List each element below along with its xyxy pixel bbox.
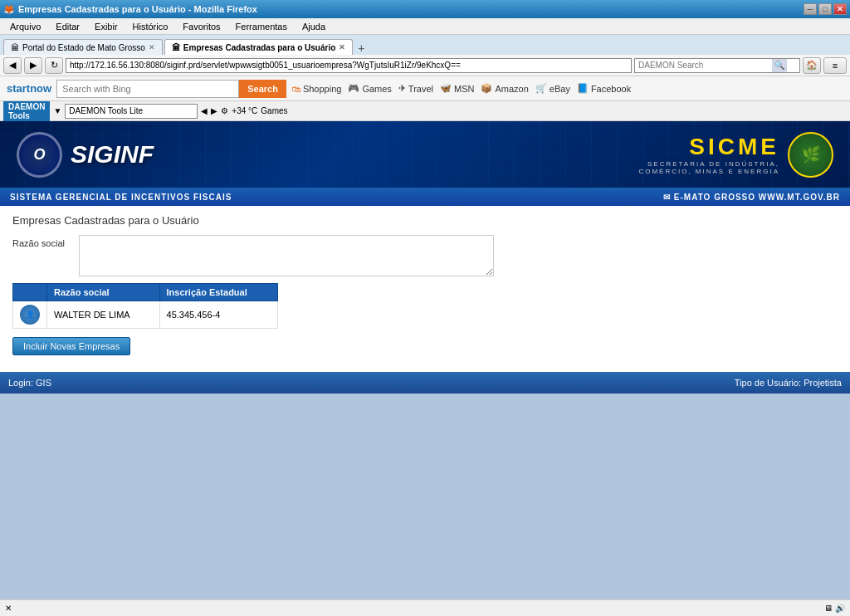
temp-display: +34 °C [232,106,257,115]
menu-editar[interactable]: Editar [49,20,86,33]
table-header-ie: Inscrição Estadual [159,284,277,301]
browser-menu-button[interactable]: ≡ [823,57,847,74]
status-right: 🖥 🔊 [824,604,845,613]
bing-link-travel[interactable]: ✈ Travel [398,83,433,94]
status-left: ✕ [5,604,12,613]
menu-favoritos[interactable]: Favoritos [176,20,227,33]
razao-social-label: Razão social [12,235,79,248]
daemon-tools-arrow[interactable]: ▼ [53,106,61,115]
sicme-text-block: SICME SECRETARIA DE INDÚSTRIA, COMÉRCIO,… [638,134,779,175]
banner-left-text: SISTEMA GERENCIAL DE INCENTIVOS FISCAIS [10,193,232,202]
title-bar-left: 🦊 Empresas Cadastradas para o Usuário - … [3,4,257,15]
firefox-favicon: 🦊 [3,4,15,15]
company-icon: 👤 [20,305,40,325]
travel-icon: ✈ [398,83,406,94]
banner-right-text: ✉ E-MATO GROSSO WWW.MT.GOV.BR [663,193,840,202]
bing-link-facebook[interactable]: 📘 Facebook [577,83,631,94]
daemon-games-label: Games [261,106,287,115]
tab-empresas-close[interactable]: ✕ [339,43,345,51]
bing-link-ebay[interactable]: 🛒 eBay [535,83,570,94]
table-row: 👤 WALTER DE LIMA 45.345.456-4 [13,301,278,329]
table-cell-name: WALTER DE LIMA [47,301,160,329]
sicme-logo: SICME SECRETARIA DE INDÚSTRIA, COMÉRCIO,… [638,132,833,178]
reload-button[interactable]: ↻ [45,57,63,74]
msn-icon: 🦋 [440,83,452,94]
siginf-logo: O SIGINF [17,132,154,178]
table-cell-ie: 45.345.456-4 [159,301,277,329]
bing-search-wrap: Search [56,80,286,98]
daemon-search-input[interactable] [635,59,772,72]
nav-left-icon[interactable]: ◀ [201,106,208,115]
razao-social-form-row: Razão social [12,235,838,276]
page-content: Empresas Cadastradas para o Usuário Razã… [0,206,850,372]
menu-arquivo[interactable]: Arquivo [3,20,47,33]
menu-historico[interactable]: Histórico [126,20,175,33]
o-letter: O [33,146,45,164]
include-empresas-button[interactable]: Incluir Novas Empresas [12,337,130,355]
nav-bar: ◀ ▶ ↻ 🔍 🏠 ≡ [0,55,850,76]
coat-of-arms: 🌿 [788,132,833,178]
footer-login: Login: GIS [8,378,51,388]
page-title: Empresas Cadastradas para o Usuário [12,214,838,227]
tab-empresas[interactable]: 🏛 Empresas Cadastradas para o Usuário ✕ [164,39,353,55]
startnow-logo: startnow [7,82,51,95]
menu-exibir[interactable]: Exibir [88,20,125,33]
sicme-subtitle-2: COMÉRCIO, MINAS E ENERGIA [638,168,779,175]
blue-banner: SISTEMA GERENCIAL DE INCENTIVOS FISCAIS … [0,188,850,206]
minimize-button[interactable]: ─ [804,3,817,15]
forward-button[interactable]: ▶ [24,57,42,74]
tab-portal[interactable]: 🏛 Portal do Estado de Mato Grosso ✕ [3,39,163,55]
address-bar[interactable] [66,58,632,73]
facebook-icon: 📘 [577,83,589,94]
tab-portal-label: Portal do Estado de Mato Grosso [22,43,145,52]
daemon-tools-label: DAEMON Tools [3,101,50,121]
ebay-icon: 🛒 [535,83,547,94]
back-button[interactable]: ◀ [3,57,22,74]
tab-portal-close[interactable]: ✕ [149,43,155,51]
amazon-icon: 📦 [481,83,492,94]
bing-search-input[interactable] [56,80,239,98]
window-controls: ─ □ ✕ [804,3,847,15]
bing-links: 🛍 Shopping 🎮 Games ✈ Travel 🦋 MSN 📦 Amaz… [291,83,631,94]
tab-bar: 🏛 Portal do Estado de Mato Grosso ✕ 🏛 Em… [0,35,850,55]
sicme-title: SICME [638,134,779,160]
title-bar: 🦊 Empresas Cadastradas para o Usuário - … [0,0,850,18]
menu-ferramentas[interactable]: Ferramentas [229,20,294,33]
siginf-header: O SIGINF SICME SECRETARIA DE INDÚSTRIA, … [0,121,850,188]
daemon-tools-icon: ⚙ [221,106,228,115]
menu-ajuda[interactable]: Ajuda [296,20,332,33]
table-header-razao: Razão social [47,284,160,301]
new-tab-button[interactable]: + [354,42,368,55]
bing-link-amazon[interactable]: 📦 Amazon [481,83,528,94]
page-footer: Login: GIS Tipo de Usuário: Projetista [0,372,850,394]
status-bar: ✕ 🖥 🔊 [0,599,850,616]
daemon-tools-dropdown: DAEMON Tools Lite [65,104,198,119]
bing-bar: startnow Search 🛍 Shopping 🎮 Games ✈ Tra… [0,76,850,101]
daemon-tools-bar: DAEMON Tools ▼ DAEMON Tools Lite ◀ ▶ ⚙ +… [0,101,850,121]
daemon-search-box: 🔍 [634,58,800,73]
table-cell-icon: 👤 [13,301,47,329]
empresas-table: Razão social Inscrição Estadual 👤 WALTER… [12,283,278,329]
tab-empresas-label: Empresas Cadastradas para o Usuário [183,43,335,52]
menu-bar: Arquivo Editar Exibir Histórico Favorito… [0,18,850,35]
table-header-icon [13,284,47,301]
tab-portal-favicon: 🏛 [11,43,19,52]
nav-right-icon[interactable]: ▶ [211,106,217,115]
bing-link-shopping[interactable]: 🛍 Shopping [291,84,342,94]
gray-area [0,394,850,616]
footer-user-type: Tipo de Usuário: Projetista [735,378,842,388]
sicme-subtitle-1: SECRETARIA DE INDÚSTRIA, [638,160,779,168]
home-button[interactable]: 🏠 [803,57,821,74]
daemon-search-icon[interactable]: 🔍 [772,59,787,72]
siginf-text: SIGINF [71,140,154,169]
bing-link-msn[interactable]: 🦋 MSN [440,83,474,94]
tab-empresas-favicon: 🏛 [172,43,180,52]
bing-link-games[interactable]: 🎮 Games [348,83,391,94]
bing-search-button[interactable]: Search [239,80,286,98]
siginf-circle: O [17,132,62,178]
maximize-button[interactable]: □ [818,3,832,15]
close-button[interactable]: ✕ [833,3,847,15]
shopping-icon: 🛍 [291,84,300,94]
games-icon: 🎮 [348,83,359,94]
razao-social-textarea[interactable] [79,235,494,276]
